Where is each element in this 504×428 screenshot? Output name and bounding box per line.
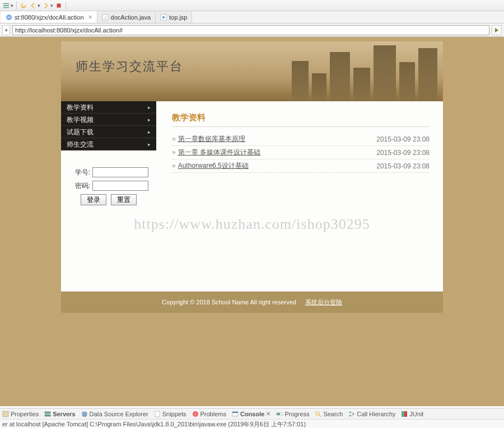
document-list: »第一章数据库基本原理 2015-03-09 23:08 »第一章 多媒体课件设… [172, 133, 430, 173]
nav-fwd-icon[interactable] [42, 2, 50, 10]
view-label: Servers [53, 411, 75, 417]
password-input[interactable] [92, 181, 148, 191]
tab-docaction-java[interactable]: J docAction.java [97, 11, 156, 23]
tab-top-jsp[interactable]: top.jsp [156, 11, 192, 23]
username-input[interactable] [92, 167, 148, 177]
list-item: »Authorware6.5设计基础 2015-03-09 23:08 [172, 159, 430, 173]
editor-tabs: st:8080/xjzx/docAll.action ✕ J docAction… [0, 11, 504, 23]
nav-label: 教学视频 [67, 114, 94, 126]
close-icon[interactable]: ✕ [266, 411, 270, 417]
address-dropdown[interactable]: ▾ [2, 25, 10, 35]
svg-rect-17 [232, 412, 238, 413]
view-servers[interactable]: Servers [44, 411, 75, 417]
view-console[interactable]: Console✕ [232, 411, 270, 417]
view-label: Search [323, 411, 343, 417]
main-content: 教学资料 »第一章数据库基本原理 2015-03-09 23:08 »第一章 多… [156, 101, 443, 291]
banner: 师生学习交流平台 [61, 41, 443, 101]
view-problems[interactable]: !Problems [192, 411, 226, 417]
section-title: 教学资料 [172, 112, 430, 127]
view-label: Properties [11, 411, 39, 417]
view-junit[interactable]: JUnit [401, 411, 423, 417]
dropdown-icon[interactable]: ▾ [38, 3, 40, 8]
svg-rect-13 [155, 411, 160, 417]
console-icon [232, 411, 239, 417]
nav-item-videos[interactable]: 教学视频▸ [61, 114, 156, 126]
admin-login-link[interactable]: 系统后台登陆 [305, 298, 342, 307]
page-container: 师生学习交流平台 教学资料▸ 教学视频▸ 试题下载▸ 师生交流▸ 学号: [61, 41, 443, 319]
login-button[interactable]: 登录 [81, 194, 106, 205]
svg-rect-9 [3, 411, 8, 417]
sidebar: 教学资料▸ 教学视频▸ 试题下载▸ 师生交流▸ 学号: 密码: 登录 [61, 101, 156, 291]
tab-label: st:8080/xjzx/docAll.action [15, 14, 84, 21]
svg-rect-10 [45, 412, 50, 413]
doc-link[interactable]: Authorware6.5设计基础 [178, 162, 249, 170]
bullet-icon: » [172, 148, 176, 156]
view-properties[interactable]: Properties [2, 411, 39, 417]
login-form: 学号: 密码: 登录 重置 [61, 167, 156, 205]
menu-icon[interactable] [2, 2, 10, 10]
svg-rect-11 [45, 415, 50, 416]
dropdown-icon[interactable]: ▾ [11, 3, 13, 8]
svg-point-20 [316, 412, 319, 415]
jsp-icon [160, 14, 167, 21]
console-status: er at localhost [Apache Tomcat] C:\Progr… [0, 419, 504, 428]
svg-rect-26 [404, 411, 407, 417]
svg-rect-19 [277, 413, 280, 415]
view-call-hierarchy[interactable]: Call Hierarchy [348, 411, 395, 417]
doc-date: 2015-03-09 23:08 [376, 135, 430, 143]
nav-item-tests[interactable]: 试题下载▸ [61, 126, 156, 138]
list-item: »第一章 多媒体课件设计基础 2015-03-09 23:08 [172, 146, 430, 159]
junit-icon [401, 411, 408, 417]
svg-rect-2 [3, 7, 10, 8]
chevron-right-icon: ▸ [148, 114, 151, 126]
pwd-label: 密码: [70, 181, 90, 191]
call-hierarchy-icon [348, 411, 355, 417]
doc-date: 2015-03-09 23:08 [376, 149, 430, 157]
view-label: JUnit [409, 411, 423, 417]
view-label: Problems [200, 411, 226, 417]
view-search[interactable]: Search [315, 411, 343, 417]
page-footer: Copyright © 2018 School Name All right r… [61, 291, 443, 313]
close-icon[interactable]: ✕ [88, 14, 92, 20]
go-button[interactable] [492, 25, 502, 35]
login-row-user: 学号: [69, 167, 148, 177]
doc-link[interactable]: 第一章 多媒体课件设计基础 [178, 148, 260, 156]
list-item: »第一章数据库基本原理 2015-03-09 23:08 [172, 133, 430, 146]
page-body: 教学资料▸ 教学视频▸ 试题下载▸ 师生交流▸ 学号: 密码: 登录 [61, 101, 443, 291]
refresh-icon[interactable] [20, 2, 27, 10]
view-snippets[interactable]: Snippets [154, 411, 186, 417]
nav-label: 教学资料 [67, 101, 94, 114]
view-progress[interactable]: Progress [276, 411, 309, 417]
chevron-right-icon: ▸ [148, 126, 151, 138]
globe-icon [6, 14, 12, 21]
view-dse[interactable]: Data Source Explorer [81, 411, 148, 417]
view-label: Data Source Explorer [90, 411, 148, 417]
nav-back-icon[interactable] [29, 2, 37, 10]
nav-item-exchange[interactable]: 师生交流▸ [61, 138, 156, 150]
dropdown-icon[interactable]: ▾ [50, 3, 53, 8]
login-buttons: 登录 重置 [69, 194, 148, 205]
svg-rect-1 [3, 5, 10, 6]
tab-docall[interactable]: st:8080/xjzx/docAll.action ✕ [1, 11, 97, 23]
address-bar: ▾ [0, 23, 504, 37]
database-icon [81, 411, 88, 417]
nav-item-materials[interactable]: 教学资料▸ [61, 101, 156, 114]
stop-icon[interactable] [55, 2, 63, 10]
view-label: Snippets [162, 411, 186, 417]
skyline-graphic [275, 41, 443, 101]
progress-icon [276, 411, 283, 417]
svg-line-21 [319, 415, 321, 417]
svg-point-8 [162, 16, 165, 18]
ide-toolbar: ▾ ▾ ▾ [0, 0, 504, 11]
svg-text:J: J [104, 16, 106, 20]
doc-link[interactable]: 第一章数据库基本原理 [178, 135, 245, 143]
reset-button[interactable]: 重置 [111, 194, 137, 205]
java-icon: J [102, 14, 109, 21]
separator [16, 2, 17, 10]
properties-icon [2, 411, 9, 417]
ide-views-tabs: Properties Servers Data Source Explorer … [0, 408, 504, 419]
chevron-right-icon: ▸ [148, 101, 151, 114]
address-input[interactable] [12, 25, 489, 35]
snippets-icon [154, 411, 161, 417]
login-row-pwd: 密码: [69, 181, 148, 191]
